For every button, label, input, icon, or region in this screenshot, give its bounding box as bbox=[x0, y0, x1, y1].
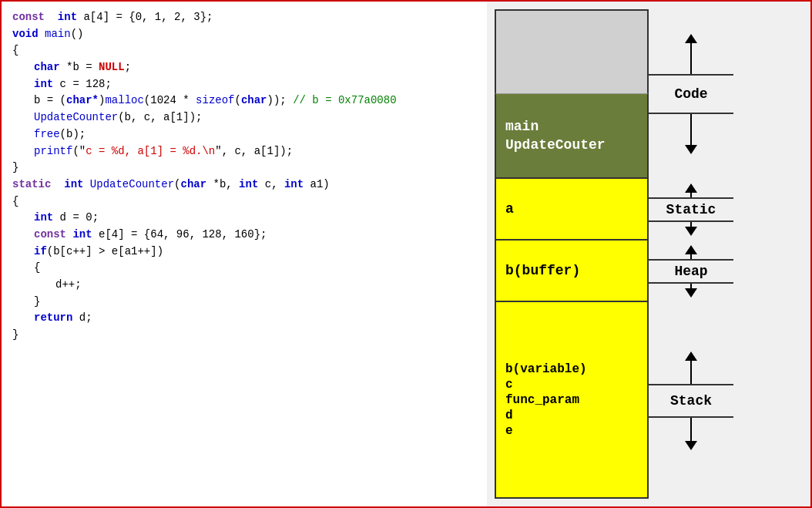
code-line: { bbox=[12, 193, 476, 210]
code-arrow-line-top bbox=[690, 43, 692, 74]
heap-arrow-up bbox=[685, 245, 697, 254]
code-line: b = (char*)malloc(1024 * sizeof(char)); … bbox=[12, 93, 476, 109]
static-arrow-up bbox=[685, 183, 697, 193]
mem-block-stack: b(variable) c func_param d e bbox=[495, 302, 649, 499]
stack-line-2: c bbox=[505, 378, 638, 392]
stack-arrow-down bbox=[685, 441, 697, 450]
code-line: if(b[c++] > e[a1++]) bbox=[12, 244, 476, 261]
code-arrow-line-bot bbox=[690, 114, 692, 145]
heap-arrow-down bbox=[685, 288, 697, 298]
code-line: static int UpdateCounter(char *b, int c,… bbox=[12, 177, 476, 193]
code-line: UpdateCounter(b, c, a[1]); bbox=[12, 109, 476, 126]
code-label: Code bbox=[674, 86, 707, 102]
stack-arrow-line-top bbox=[690, 361, 692, 384]
static-label: Static bbox=[666, 202, 716, 217]
code-line: } bbox=[12, 327, 476, 344]
stack-line-4: d bbox=[505, 409, 638, 422]
stack-line-1: b(variable) bbox=[505, 362, 638, 376]
static-arrow-down bbox=[685, 227, 697, 236]
heap-hline-top bbox=[649, 259, 733, 261]
code-line: { bbox=[12, 260, 476, 277]
code-line: int c = 128; bbox=[12, 76, 476, 93]
mem-block-heap: b(buffer) bbox=[495, 241, 649, 302]
code-line: { bbox=[12, 42, 476, 59]
code-line: free(b); bbox=[12, 126, 476, 143]
code-arrow-up bbox=[685, 34, 697, 43]
code-hline-top bbox=[649, 74, 733, 76]
code-line: char *b = NULL; bbox=[12, 59, 476, 76]
code-block-line2: UpdateCouter bbox=[505, 137, 638, 153]
static-block-label: a bbox=[505, 201, 514, 217]
stack-hline-top bbox=[649, 384, 733, 385]
stack-line-3: func_param bbox=[505, 393, 638, 407]
code-panel: const int a[4] = {0, 1, 2, 3};void main(… bbox=[2, 2, 487, 506]
code-line: d++; bbox=[12, 277, 476, 294]
code-arrow-down bbox=[685, 145, 697, 154]
code-line: } bbox=[12, 160, 476, 177]
code-line: const int e[4] = {64, 96, 128, 160}; bbox=[12, 227, 476, 244]
static-hline-top bbox=[649, 197, 733, 199]
code-line: } bbox=[12, 294, 476, 311]
stack-arrow-up bbox=[685, 352, 697, 361]
mem-block-static: a bbox=[495, 179, 649, 241]
code-line: printf("c = %d, a[1] = %d.\n", c, a[1]); bbox=[12, 143, 476, 160]
mem-block-code: main UpdateCouter bbox=[495, 94, 649, 179]
heap-block-label: b(buffer) bbox=[505, 263, 580, 278]
code-line: int d = 0; bbox=[12, 210, 476, 227]
code-line: return d; bbox=[12, 310, 476, 327]
stack-arrow-line-bot bbox=[690, 418, 692, 441]
code-block-line1: main bbox=[505, 119, 638, 134]
diagram-panel: main UpdateCouter a b(buffer) b(variable… bbox=[487, 2, 810, 506]
stack-line-5: e bbox=[505, 424, 638, 438]
code-line: const int a[4] = {0, 1, 2, 3}; bbox=[12, 9, 476, 26]
code-line: void main() bbox=[12, 26, 476, 43]
top-gray-area bbox=[495, 9, 649, 94]
labels-col: Code Static bbox=[649, 9, 733, 499]
heap-label: Heap bbox=[674, 264, 707, 279]
stack-label: Stack bbox=[670, 393, 712, 409]
